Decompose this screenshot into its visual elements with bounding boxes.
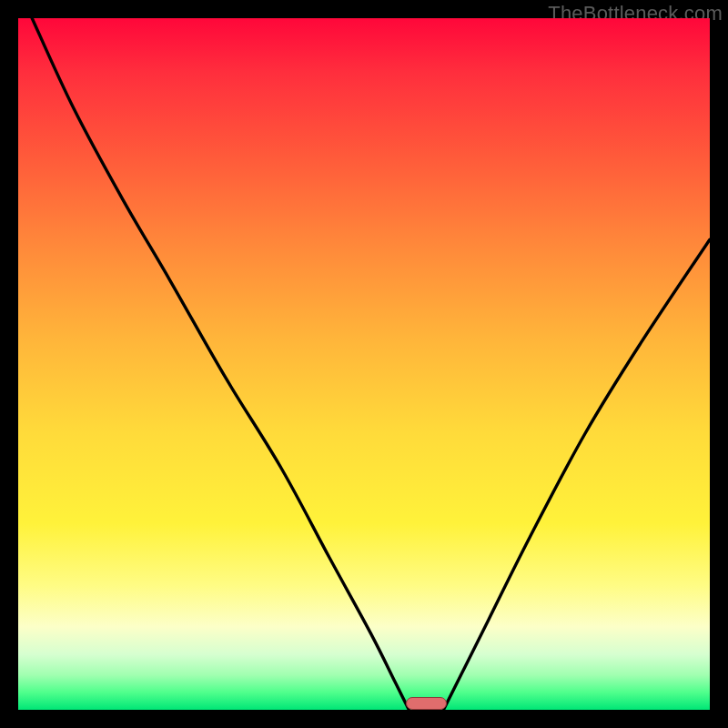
plot-area	[18, 18, 710, 710]
curve-svg	[18, 18, 710, 710]
chart-frame: TheBottleneck.com	[0, 0, 728, 728]
curve-left-branch	[32, 18, 409, 710]
minimum-marker	[406, 697, 448, 710]
curve-right-branch	[443, 239, 710, 710]
